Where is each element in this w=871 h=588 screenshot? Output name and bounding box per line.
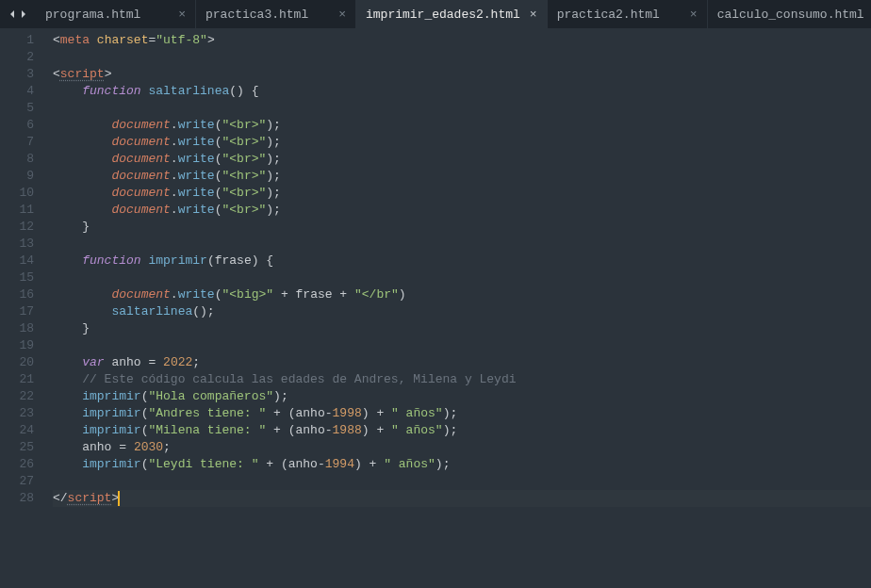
code-line: document.write("<br>"); [53,202,871,219]
line-number: 26 [4,456,34,473]
code-line: imprimir("Hola compañeros"); [53,388,871,405]
line-number: 21 [4,371,34,388]
code-line [53,270,871,286]
text-cursor [118,491,120,506]
line-number: 27 [4,473,34,490]
line-number: 9 [4,168,34,185]
code-line [53,49,871,66]
line-number-gutter: 1234567891011121314151617181920212223242… [0,28,43,588]
code-area[interactable]: <meta charset="utf-8"><script> function … [43,28,871,588]
editor: 1234567891011121314151617181920212223242… [0,28,871,588]
tab-label: practica3.html [205,8,308,22]
code-line: document.write("<br>"); [53,134,871,151]
tab-imprimir_edades2-html[interactable]: imprimir_edades2.html× [356,0,548,28]
tab-label: practica2.html [557,8,660,22]
code-line: </script> [53,490,871,507]
line-number: 16 [4,286,34,303]
code-line: } [53,219,871,236]
code-line: anho = 2030; [53,439,871,456]
line-number: 6 [4,117,34,134]
code-line [53,236,871,253]
close-icon[interactable]: × [169,8,186,22]
line-number: 14 [4,253,34,270]
line-number: 20 [4,354,34,371]
nav-left-icon [8,9,17,19]
tab-practica3-html[interactable]: practica3.html× [196,0,356,28]
line-number: 2 [4,49,34,66]
code-line [53,473,871,490]
code-line: imprimir("Andres tiene: " + (anho-1998) … [53,405,871,422]
code-line: document.write("<big>" + frase + "</br") [53,286,871,303]
tab-label: calculo_consumo.html [717,8,864,22]
line-number: 18 [4,320,34,337]
tab-label: imprimir_edades2.html [366,8,520,22]
code-line: imprimir("Milena tiene: " + (anho-1988) … [53,422,871,439]
line-number: 23 [4,405,34,422]
line-number: 24 [4,422,34,439]
line-number: 5 [4,100,34,117]
line-number: 3 [4,66,34,83]
code-line: function imprimir(frase) { [53,253,871,270]
close-icon[interactable]: × [864,8,871,22]
code-line [53,337,871,354]
line-number: 25 [4,439,34,456]
line-number: 28 [4,490,34,507]
code-line [53,100,871,117]
line-number: 12 [4,219,34,236]
line-number: 1 [4,32,34,49]
close-icon[interactable]: × [520,8,537,22]
nav-right-icon [19,9,28,19]
code-line: <script> [53,66,871,83]
tab-practica2-html[interactable]: practica2.html× [548,0,708,28]
tab-bar: programa.html×practica3.html×imprimir_ed… [0,0,871,28]
code-line: imprimir("Leydi tiene: " + (anho-1994) +… [53,456,871,473]
line-number: 4 [4,83,34,100]
close-icon[interactable]: × [681,8,698,22]
line-number: 13 [4,236,34,253]
line-number: 8 [4,151,34,168]
line-number: 15 [4,270,34,286]
line-number: 17 [4,303,34,320]
code-line: document.write("<br>"); [53,185,871,202]
nav-arrows[interactable] [0,0,36,28]
tab-programa-html[interactable]: programa.html× [36,0,196,28]
code-line: <meta charset="utf-8"> [53,32,871,49]
tab-calculo_consumo-html[interactable]: calculo_consumo.html× [708,0,871,28]
close-icon[interactable]: × [329,8,346,22]
code-line: document.write("<hr>"); [53,168,871,185]
code-line: saltarlinea(); [53,303,871,320]
code-line: // Este código calcula las edades de And… [53,371,871,388]
line-number: 10 [4,185,34,202]
line-number: 22 [4,388,34,405]
code-line: var anho = 2022; [53,354,871,371]
line-number: 19 [4,337,34,354]
line-number: 7 [4,134,34,151]
code-line: document.write("<br>"); [53,151,871,168]
code-line: } [53,320,871,337]
tab-label: programa.html [45,8,140,22]
line-number: 11 [4,202,34,219]
code-line: function saltarlinea() { [53,83,871,100]
code-line: document.write("<br>"); [53,117,871,134]
